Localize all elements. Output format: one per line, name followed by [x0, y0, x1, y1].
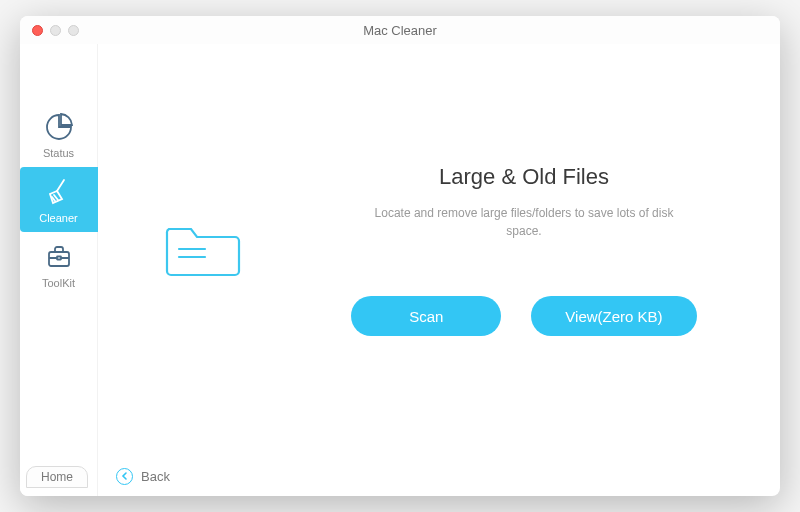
content: Large & Old Files Locate and remove larg… — [98, 44, 780, 496]
broom-icon — [44, 177, 74, 207]
sidebar-item-status[interactable]: Status — [20, 102, 98, 167]
sidebar-item-toolkit[interactable]: ToolKit — [20, 232, 98, 297]
body: Status Cleaner — [20, 44, 780, 496]
footer: Back — [98, 456, 780, 496]
view-button[interactable]: View(Zero KB) — [531, 296, 696, 336]
app-window: Mac Cleaner Status — [20, 16, 780, 496]
page-description: Locate and remove large files/folders to… — [364, 204, 684, 240]
window-title: Mac Cleaner — [20, 23, 780, 38]
home-label: Home — [41, 470, 73, 484]
sidebar-item-cleaner[interactable]: Cleaner — [20, 167, 98, 232]
sidebar: Status Cleaner — [20, 44, 98, 496]
scan-button[interactable]: Scan — [351, 296, 501, 336]
folder-icon — [163, 213, 243, 287]
titlebar: Mac Cleaner — [20, 16, 780, 44]
info-panel: Large & Old Files Locate and remove larg… — [308, 164, 780, 336]
back-button[interactable]: Back — [141, 469, 170, 484]
button-row: Scan View(Zero KB) — [308, 296, 740, 336]
sidebar-item-label: Cleaner — [39, 212, 78, 224]
back-icon[interactable] — [116, 468, 133, 485]
home-tab[interactable]: Home — [26, 466, 88, 488]
briefcase-icon — [44, 242, 74, 272]
sidebar-item-label: ToolKit — [42, 277, 75, 289]
svg-rect-1 — [57, 257, 61, 260]
sidebar-item-label: Status — [43, 147, 74, 159]
illustration — [98, 213, 308, 287]
main: Large & Old Files Locate and remove larg… — [98, 44, 780, 456]
page-title: Large & Old Files — [308, 164, 740, 190]
pie-chart-icon — [44, 112, 74, 142]
